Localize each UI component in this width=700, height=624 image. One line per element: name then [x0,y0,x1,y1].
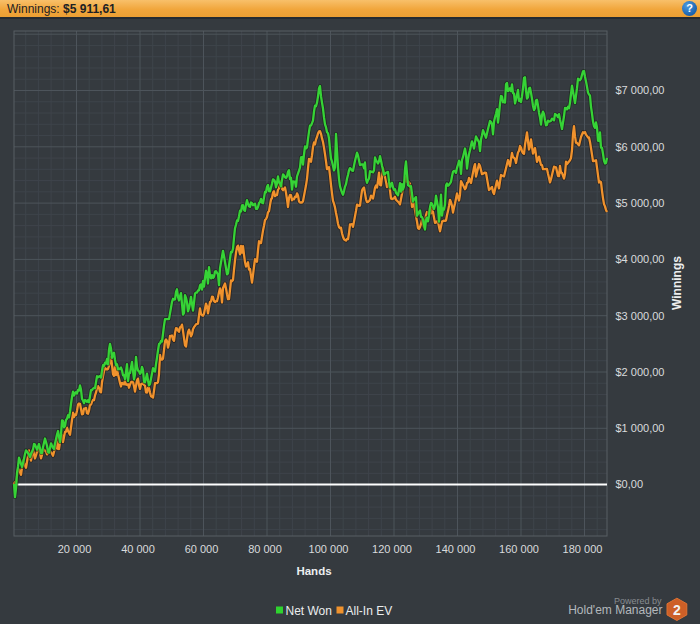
svg-text:2: 2 [673,602,681,618]
svg-text:$7 000,00: $7 000,00 [616,84,665,96]
svg-text:60 000: 60 000 [185,543,219,555]
svg-text:$4 000,00: $4 000,00 [616,253,665,265]
svg-text:Net Won: Net Won [286,604,332,618]
svg-text:20 000: 20 000 [58,543,92,555]
svg-text:$6 000,00: $6 000,00 [616,141,665,153]
svg-text:100 000: 100 000 [309,543,349,555]
svg-text:All-In EV: All-In EV [346,604,393,618]
svg-text:160 000: 160 000 [499,543,539,555]
svg-text:$2 000,00: $2 000,00 [616,366,665,378]
svg-text:$5 000,00: $5 000,00 [616,197,665,209]
svg-text:$1 000,00: $1 000,00 [616,422,665,434]
svg-text:120 000: 120 000 [372,543,412,555]
svg-text:40 000: 40 000 [121,543,155,555]
svg-text:$0,00: $0,00 [616,478,644,490]
svg-text:140 000: 140 000 [436,543,476,555]
svg-text:180 000: 180 000 [563,543,603,555]
svg-text:80 000: 80 000 [248,543,282,555]
svg-text:Hold'em Manager: Hold'em Manager [568,603,662,617]
svg-text:$3 000,00: $3 000,00 [616,310,665,322]
svg-text:Hands: Hands [296,565,331,577]
svg-text:Winnings: Winnings [670,256,684,310]
